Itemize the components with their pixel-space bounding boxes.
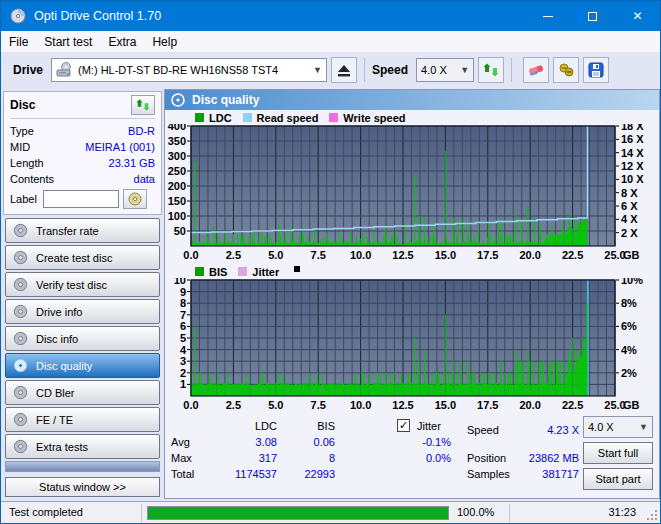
svg-text:14 X: 14 X [621,147,644,159]
disc-icon [13,223,28,238]
svg-text:4 X: 4 X [621,213,638,225]
sidebar-item-disc-info[interactable]: Disc info [5,326,160,351]
drive-combo[interactable]: (M:) HL-DT-ST BD-RE WH16NS58 TST4 ▼ [51,58,327,82]
disc-icon [13,358,28,373]
max-row-label: Max [171,452,192,464]
resize-grip[interactable] [646,509,658,521]
minimize-button[interactable] [525,1,570,31]
disc-label-button[interactable] [123,189,147,209]
chevron-down-icon: ▼ [633,422,648,432]
sidebar-item-label: Extra tests [36,441,88,453]
toolbar-separator [364,58,365,82]
svg-text:200: 200 [168,180,186,192]
disc-label-row: Label [10,189,155,209]
disc-icon [13,277,28,292]
start-part-button[interactable]: Start part [583,468,653,490]
bis-jitter-chart: 1098765432110%8%6%4%2%0.02.55.07.510.012… [165,278,659,414]
sidebar: Disc TypeBD-R MIDMEIRA1 (001) Length23.3… [1,87,164,501]
svg-text:50: 50 [174,225,186,237]
sidebar-item-label: FE / TE [36,414,73,426]
svg-text:4%: 4% [621,344,637,356]
svg-text:10.0: 10.0 [350,399,371,411]
menu-item-start-test[interactable]: Start test [36,33,100,51]
label-field-caption: Label [10,193,37,205]
total-ldc-value: 1174537 [205,468,277,480]
ldc-legend-label: LDC [209,112,232,124]
sidebar-item-label: CD Bler [36,387,75,399]
disc-icon [128,192,142,206]
statusbar-separator [141,504,142,522]
disc-length-value: 23.31 GB [109,155,155,171]
svg-text:6 X: 6 X [621,200,638,212]
svg-text:17.5: 17.5 [477,399,498,411]
save-button[interactable] [583,57,609,83]
label-input[interactable] [43,190,119,208]
sidebar-item-disc-quality[interactable]: Disc quality [5,353,160,378]
app-window: Opti Drive Control 1.70 ✕ FileStart test… [0,0,661,524]
position-stat-value: 23862 MB [517,452,579,464]
sidebar-item-create-test-disc[interactable]: Create test disc [5,245,160,270]
status-window-button[interactable]: Status window >> [5,477,160,497]
erase-disc-button[interactable] [523,57,549,83]
status-bar: Test completed 100.0% 31:23 [1,501,660,523]
svg-text:20.0: 20.0 [519,249,540,261]
disc-icon [13,439,28,454]
disc-icon [13,412,28,427]
samples-stat-label: Samples [467,468,510,480]
samples-stat-value: 381717 [517,468,579,480]
svg-text:9: 9 [180,286,186,298]
menu-bar: FileStart testExtraHelp [1,31,660,53]
drive-label: Drive [13,63,43,77]
svg-text:15.0: 15.0 [435,399,456,411]
stats-area: LDC BIS ✓ Jitter Avg 3.08 0.06 -0.1% Max… [165,414,659,492]
app-icon [10,8,26,24]
svg-text:12.5: 12.5 [392,399,413,411]
sidebar-item-fe-te[interactable]: FE / TE [5,407,160,432]
svg-text:7.5: 7.5 [311,249,326,261]
svg-text:4: 4 [180,344,187,356]
bis-column-header: BIS [283,420,335,432]
svg-text:2%: 2% [621,367,637,379]
jitter-checkbox[interactable]: ✓ [397,419,410,432]
menu-item-help[interactable]: Help [144,33,185,51]
sidebar-item-drive-info[interactable]: Drive info [5,299,160,324]
sidebar-item-transfer-rate[interactable]: Transfer rate [5,218,160,243]
disc-panel-title: Disc [10,98,35,112]
disc-refresh-button[interactable] [131,95,155,115]
check-icon: ✓ [399,420,408,431]
eject-icon [337,64,351,77]
menu-item-file[interactable]: File [1,33,36,51]
menu-item-extra[interactable]: Extra [100,33,144,51]
close-button[interactable]: ✕ [615,1,660,31]
svg-text:GB: GB [623,249,640,261]
title-bar: Opti Drive Control 1.70 ✕ [1,1,660,31]
speed-label: Speed [372,63,408,77]
refresh-button[interactable] [478,57,504,83]
svg-text:2 X: 2 X [621,227,638,239]
maximize-button[interactable] [570,1,615,31]
svg-text:8 X: 8 X [621,187,638,199]
svg-text:12 X: 12 X [621,160,644,172]
speed-combo[interactable]: 4.0 X ▼ [416,58,474,82]
status-text: Test completed [9,506,83,518]
sidebar-item-label: Create test disc [36,252,112,264]
settings-button[interactable] [553,57,579,83]
sidebar-item-extra-tests[interactable]: Extra tests [5,434,160,459]
svg-text:17.5: 17.5 [477,249,498,261]
avg-bis-value: 0.06 [283,436,335,448]
chevron-down-icon: ▼ [454,65,469,75]
start-full-button[interactable]: Start full [583,442,653,464]
disc-mid-value: MEIRA1 (001) [85,139,155,155]
svg-text:8%: 8% [621,297,637,309]
sidebar-filler-strip [5,461,160,472]
sidebar-item-cd-bler[interactable]: CD Bler [5,380,160,405]
svg-text:3: 3 [180,355,186,367]
eject-button[interactable] [331,57,357,83]
speed-select[interactable]: 4.0 X ▼ [583,416,653,438]
svg-text:15.0: 15.0 [435,249,456,261]
max-jitter-value: 0.0% [389,452,451,464]
total-row-label: Total [171,468,194,480]
svg-text:7: 7 [180,309,186,321]
sidebar-item-verify-test-disc[interactable]: Verify test disc [5,272,160,297]
ldc-column-header: LDC [205,420,277,432]
